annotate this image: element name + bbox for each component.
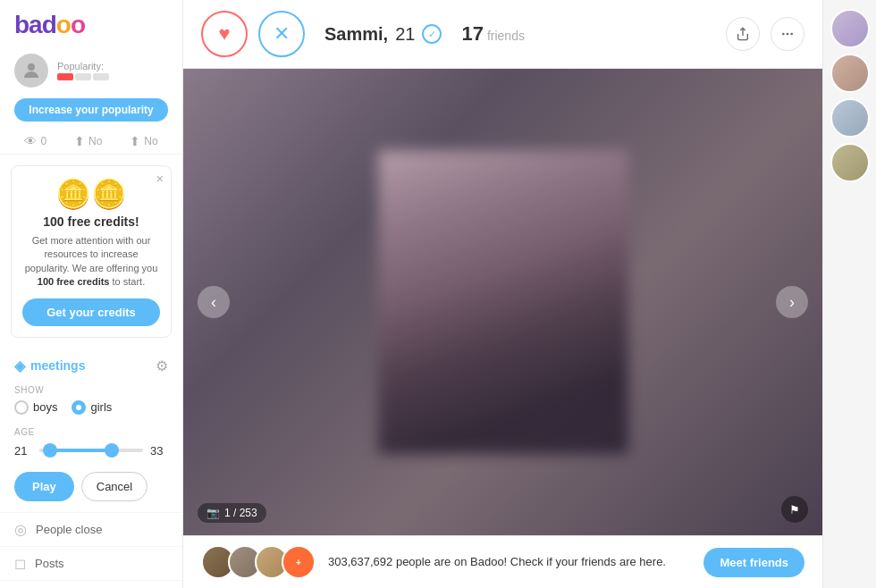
camera-icon: 📷 — [206, 507, 220, 519]
show-label: SHOW — [14, 385, 168, 395]
sidebar-item-label: People close — [36, 523, 102, 536]
boys-label: boys — [33, 400, 57, 414]
boys-radio-circle — [14, 400, 29, 415]
eye-icon: 👁 — [24, 134, 37, 148]
friends-bar-text: 303,637,692 people are on Badoo! Check i… — [328, 554, 691, 570]
age-thumb-left[interactable] — [43, 443, 57, 458]
next-photo-button[interactable]: › — [776, 286, 808, 318]
boys-radio[interactable]: boys — [14, 400, 57, 415]
popularity-section: Popularity: — [57, 61, 109, 80]
close-icon[interactable]: × — [156, 172, 164, 186]
cancel-button[interactable]: Cancel — [81, 472, 147, 501]
age-max: 33 — [150, 444, 168, 458]
sidebar-item-likes-you[interactable]: ♡ Likes You — [0, 580, 182, 588]
popularity-bar — [57, 73, 109, 80]
girls-label: girls — [90, 400, 112, 414]
photo-counter: 📷 1 / 253 — [198, 503, 266, 523]
filter-icon[interactable]: ⚙ — [156, 357, 168, 374]
age-slider-fill — [50, 449, 113, 452]
stat-views: 👁 0 — [24, 134, 46, 148]
increase-popularity-button[interactable]: Increase your popularity — [14, 98, 168, 122]
profile-area: Popularity: — [0, 46, 182, 95]
pop-seg-1 — [57, 73, 73, 80]
stats-row: 👁 0 ⬆ No ⬆ No — [0, 129, 182, 155]
meetings-text: meetings — [30, 358, 85, 373]
get-credits-button[interactable]: Get your credits — [22, 298, 160, 326]
girls-radio[interactable]: girls — [72, 400, 112, 415]
profile-actions-left: ♥ ✕ Sammi, 21 ✓ 17 friends — [201, 11, 525, 57]
girls-radio-circle — [72, 400, 86, 415]
pop-seg-2 — [75, 73, 91, 80]
friends-bar: + 303,637,692 people are on Badoo! Check… — [183, 535, 822, 588]
play-cancel-row: Play Cancel — [0, 465, 182, 512]
stat-views-value: 0 — [40, 135, 46, 147]
credits-desc: Get more attention with our resources to… — [22, 234, 160, 290]
more-options-button[interactable] — [771, 17, 804, 51]
pass-button[interactable]: ✕ — [258, 11, 305, 57]
coins-icon: 🪙🪙 — [22, 177, 160, 211]
friends-count: 17 — [461, 22, 483, 46]
svg-point-4 — [783, 33, 784, 34]
meetings-label: ◈ meetings — [14, 357, 85, 374]
stat-no-1-value: No — [88, 135, 102, 147]
flag-button[interactable]: ⚑ — [781, 496, 808, 523]
right-sidebar — [822, 0, 876, 588]
meetings-icon: ◈ — [14, 357, 25, 374]
sidebar-item-posts[interactable]: ◻ Posts — [0, 546, 182, 580]
show-options: boys girls — [14, 400, 168, 415]
friends-section: 17 friends — [461, 22, 525, 46]
pop-seg-3 — [93, 73, 109, 80]
photo-blur — [183, 69, 822, 535]
age-min: 21 — [14, 444, 32, 458]
show-section: SHOW boys girls — [0, 380, 182, 420]
profile-name: Sammi, — [324, 24, 388, 45]
avatar[interactable] — [14, 54, 48, 88]
age-thumb-right[interactable] — [105, 443, 119, 458]
meet-friends-button[interactable]: Meet friends — [703, 548, 804, 577]
main-content: ♥ ✕ Sammi, 21 ✓ 17 friends — [183, 0, 822, 588]
logo: badoo — [14, 11, 85, 39]
age-section: AGE 21 33 — [0, 420, 182, 465]
people-close-icon: ◎ — [14, 521, 27, 538]
up-icon-1: ⬆ — [74, 134, 85, 148]
right-avatar-2[interactable] — [830, 54, 870, 93]
profile-actions-right — [726, 17, 804, 51]
svg-point-2 — [787, 33, 788, 34]
stat-no-2-value: No — [144, 135, 157, 147]
like-button[interactable]: ♥ — [201, 11, 248, 57]
right-avatar-1[interactable] — [830, 9, 870, 48]
credits-card: × 🪙🪙 100 free credits! Get more attentio… — [11, 165, 172, 338]
credits-title: 100 free credits! — [22, 214, 160, 229]
verified-icon: ✓ — [422, 24, 442, 44]
sidebar-item-people-close[interactable]: ◎ People close — [0, 512, 182, 546]
meetings-header: ◈ meetings ⚙ — [0, 349, 182, 380]
right-avatar-3[interactable] — [830, 98, 870, 138]
svg-point-3 — [791, 33, 792, 34]
stat-no-2: ⬆ No — [130, 134, 157, 148]
age-slider[interactable] — [39, 449, 143, 452]
profile-age: 21 — [395, 24, 415, 45]
popularity-label: Popularity: — [57, 61, 109, 71]
share-button[interactable] — [726, 17, 760, 51]
friend-avatar-plus: + — [282, 545, 316, 579]
posts-icon: ◻ — [14, 555, 26, 572]
logo-area: badoo — [0, 0, 182, 46]
sidebar: badoo Popularity: Increase your populari… — [0, 0, 183, 588]
photo-area: ‹ › 📷 1 / 253 ⚑ — [183, 69, 822, 535]
age-row: 21 33 — [14, 444, 168, 458]
stat-no-1: ⬆ No — [74, 134, 102, 148]
prev-photo-button[interactable]: ‹ — [198, 286, 230, 318]
svg-point-0 — [28, 63, 35, 71]
photo-counter-text: 1 / 253 — [224, 507, 257, 519]
right-avatar-4[interactable] — [830, 143, 870, 182]
friends-label: friends — [487, 29, 525, 43]
profile-name-section: Sammi, 21 ✓ — [324, 24, 442, 45]
photo-inner-blur — [378, 150, 628, 454]
friend-avatars: + — [201, 545, 316, 579]
age-label: AGE — [14, 427, 168, 437]
sidebar-item-label: Posts — [35, 557, 64, 570]
up-icon-2: ⬆ — [130, 134, 140, 148]
play-button[interactable]: Play — [14, 472, 74, 501]
profile-header: ♥ ✕ Sammi, 21 ✓ 17 friends — [183, 0, 822, 69]
